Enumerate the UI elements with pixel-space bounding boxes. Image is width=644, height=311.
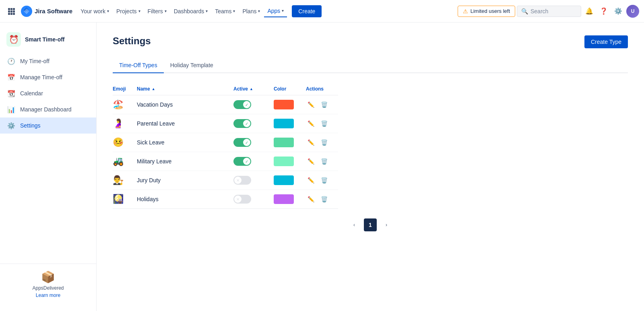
help-button[interactable]: ❓ bbox=[597, 5, 610, 18]
color-swatch bbox=[274, 194, 294, 204]
edit-icon[interactable]: ✏️ bbox=[306, 138, 316, 147]
col-active-label: Active bbox=[233, 86, 248, 92]
sidebar-app-name: Smart Time-off bbox=[25, 36, 65, 43]
svg-rect-3 bbox=[8, 10, 10, 12]
col-color: Color bbox=[274, 86, 306, 92]
sidebar-item-manager-dashboard[interactable]: 📊 Manager Dashboard bbox=[0, 101, 96, 117]
emoji-cell: 🤰 bbox=[113, 118, 137, 129]
active-cell[interactable]: ✓ bbox=[233, 119, 274, 128]
create-button[interactable]: Create bbox=[292, 5, 322, 17]
sidebar-item-icon: ⚙️ bbox=[6, 121, 16, 130]
name-cell: Holidays bbox=[137, 196, 233, 202]
svg-rect-8 bbox=[13, 13, 15, 15]
nav-item-apps[interactable]: Apps▾ bbox=[264, 5, 287, 17]
nav-item-filters[interactable]: Filters▾ bbox=[144, 6, 170, 17]
toggle-parental[interactable]: ✓ bbox=[233, 119, 251, 128]
sidebar-footer-name: AppsDelivered bbox=[6, 285, 90, 291]
sidebar-item-my-time-off[interactable]: 🕐 My Time-off bbox=[0, 53, 96, 69]
delete-icon[interactable]: 🗑️ bbox=[319, 157, 329, 166]
actions-cell: ✏️ 🗑️ bbox=[306, 138, 338, 147]
delete-icon[interactable]: 🗑️ bbox=[319, 100, 329, 109]
prev-page-button[interactable]: ‹ bbox=[348, 218, 361, 231]
logo-text: Jira Software bbox=[35, 8, 72, 14]
edit-icon[interactable]: ✏️ bbox=[306, 100, 316, 109]
name-cell: Military Leave bbox=[137, 158, 233, 165]
edit-icon[interactable]: ✏️ bbox=[306, 175, 316, 185]
search-icon: 🔍 bbox=[521, 8, 528, 14]
sidebar-item-label: Settings bbox=[20, 122, 41, 129]
col-active[interactable]: Active ▲ bbox=[233, 86, 274, 92]
nav-item-dashboards[interactable]: Dashboards▾ bbox=[171, 6, 211, 17]
col-emoji: Emoji bbox=[113, 86, 137, 92]
chevron-down-icon: ▾ bbox=[258, 9, 260, 13]
col-name[interactable]: Name ▲ bbox=[137, 86, 233, 92]
toggle-military[interactable]: ✓ bbox=[233, 157, 251, 166]
tab-holiday-template[interactable]: Holiday Template bbox=[164, 58, 220, 73]
sidebar-footer: 📦 AppsDelivered Learn more bbox=[0, 264, 96, 305]
limited-users-label: Limited users left bbox=[471, 8, 510, 14]
color-swatch bbox=[274, 119, 294, 128]
sidebar-item-settings[interactable]: ⚙️ Settings bbox=[0, 117, 96, 134]
nav-item-projects[interactable]: Projects▾ bbox=[113, 6, 144, 17]
jira-logo[interactable]: Jira Software bbox=[21, 6, 72, 17]
svg-rect-1 bbox=[10, 8, 12, 10]
grid-menu-icon[interactable] bbox=[5, 5, 18, 18]
delete-icon[interactable]: 🗑️ bbox=[319, 119, 329, 128]
nav-item-your-work[interactable]: Your work▾ bbox=[77, 6, 112, 17]
main-layout: ⏰ Smart Time-off 🕐 My Time-off 📅 Manage … bbox=[0, 0, 644, 311]
active-cell[interactable]: ✓ bbox=[233, 157, 274, 166]
edit-icon[interactable]: ✏️ bbox=[306, 194, 316, 204]
svg-rect-6 bbox=[8, 13, 10, 15]
name-cell: Parental Leave bbox=[137, 120, 233, 127]
prev-arrow-icon: ‹ bbox=[353, 222, 355, 228]
sidebar-item-calendar[interactable]: 📆 Calendar bbox=[0, 85, 96, 101]
user-avatar[interactable]: U bbox=[626, 5, 639, 18]
emoji-cell: 🎑 bbox=[113, 194, 137, 204]
table-row: 🤰 Parental Leave ✓ ✏️ 🗑️ bbox=[113, 114, 338, 133]
table-row: 👨‍⚖️ Jury Duty ✕ ✏️ 🗑️ bbox=[113, 171, 338, 190]
active-cell[interactable]: ✕ bbox=[233, 176, 274, 185]
page-1-button[interactable]: 1 bbox=[364, 218, 377, 231]
name-sort-icon: ▲ bbox=[152, 87, 155, 91]
chevron-down-icon: ▾ bbox=[233, 9, 235, 13]
warning-icon: ⚠ bbox=[463, 8, 468, 14]
delete-icon[interactable]: 🗑️ bbox=[319, 138, 329, 147]
edit-icon[interactable]: ✏️ bbox=[306, 157, 316, 166]
search-box[interactable]: 🔍 Search bbox=[517, 6, 581, 17]
nav-item-teams[interactable]: Teams▾ bbox=[212, 6, 238, 17]
toggle-jury[interactable]: ✕ bbox=[233, 176, 251, 185]
sidebar-app-icon: ⏰ bbox=[6, 32, 21, 47]
toggle-vacation[interactable]: ✓ bbox=[233, 100, 251, 109]
color-swatch bbox=[274, 175, 294, 185]
color-cell bbox=[274, 157, 306, 166]
next-page-button[interactable]: › bbox=[380, 218, 393, 231]
actions-cell: ✏️ 🗑️ bbox=[306, 119, 338, 128]
sidebar-footer-link[interactable]: Learn more bbox=[6, 292, 90, 298]
actions-cell: ✏️ 🗑️ bbox=[306, 194, 338, 204]
active-cell[interactable]: ✓ bbox=[233, 100, 274, 109]
nav-label: Apps bbox=[267, 8, 280, 14]
active-cell[interactable]: ✓ bbox=[233, 138, 274, 147]
delete-icon[interactable]: 🗑️ bbox=[319, 175, 329, 185]
sidebar-item-icon: 📊 bbox=[6, 105, 16, 114]
next-arrow-icon: › bbox=[386, 222, 387, 228]
nav-label: Plans bbox=[242, 8, 256, 14]
sidebar-item-manage-time-off[interactable]: 📅 Manage Time-off bbox=[0, 69, 96, 85]
delete-icon[interactable]: 🗑️ bbox=[319, 194, 329, 204]
toggle-holidays[interactable]: ✕ bbox=[233, 195, 251, 204]
sidebar-item-label: Manage Time-off bbox=[20, 74, 62, 80]
limited-users-button[interactable]: ⚠ Limited users left bbox=[458, 6, 515, 17]
active-cell[interactable]: ✕ bbox=[233, 195, 274, 204]
edit-icon[interactable]: ✏️ bbox=[306, 119, 316, 128]
tab-time-off-types[interactable]: Time-Off Types bbox=[113, 58, 164, 73]
sidebar-item-label: My Time-off bbox=[20, 58, 50, 64]
toggle-sick[interactable]: ✓ bbox=[233, 138, 251, 147]
actions-cell: ✏️ 🗑️ bbox=[306, 175, 338, 185]
table-row: 🤒 Sick Leave ✓ ✏️ 🗑️ bbox=[113, 133, 338, 152]
create-type-button[interactable]: Create Type bbox=[584, 35, 628, 48]
nav-item-plans[interactable]: Plans▾ bbox=[239, 6, 263, 17]
settings-button[interactable]: ⚙️ bbox=[612, 5, 625, 18]
page-title: Settings bbox=[113, 35, 151, 47]
notifications-button[interactable]: 🔔 bbox=[583, 5, 596, 18]
active-sort-icon: ▲ bbox=[250, 87, 253, 91]
